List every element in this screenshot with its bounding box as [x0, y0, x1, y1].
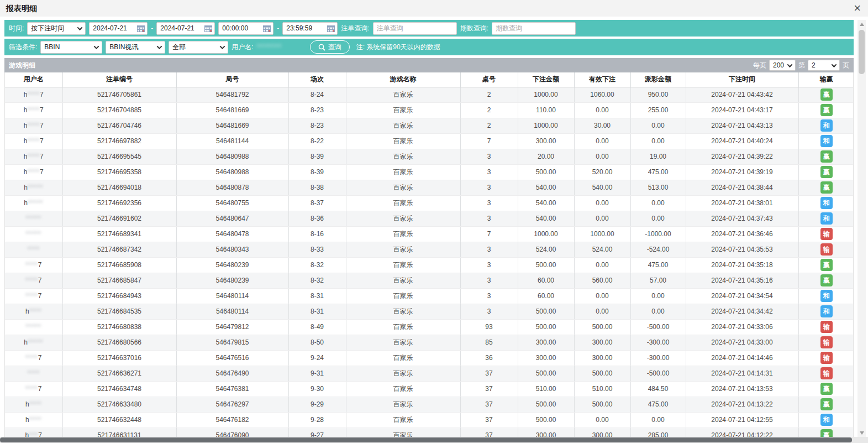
time-type-select[interactable]: 按下注时间	[27, 22, 86, 35]
scope-select[interactable]: 全部	[169, 41, 228, 54]
time-from-input[interactable]	[222, 24, 261, 32]
result-badge[interactable]: 输	[820, 367, 833, 379]
date-from-field[interactable]	[89, 22, 148, 35]
cell-valid-bet: 500.00	[574, 366, 630, 381]
date-to-field[interactable]	[156, 22, 215, 35]
cell-bet-number: 521746691602	[62, 211, 176, 226]
vertical-scrollbar-thumb[interactable]	[859, 30, 865, 74]
result-badge[interactable]: 输	[820, 228, 833, 240]
result-badge[interactable]: 和	[820, 305, 833, 317]
cell-result: 和	[798, 412, 854, 428]
result-badge[interactable]: 和	[820, 414, 833, 426]
horizontal-scrollbar[interactable]	[0, 437, 868, 443]
date-from-input[interactable]	[93, 24, 135, 32]
calendar-icon[interactable]	[327, 25, 335, 32]
scroll-down-button[interactable]	[858, 429, 866, 437]
cell-session: 8-16	[288, 226, 346, 242]
column-header: 局号	[176, 72, 288, 87]
per-page-select[interactable]: 200	[769, 60, 796, 71]
cell-game-name: 百家乐	[346, 412, 460, 428]
calendar-icon[interactable]	[137, 25, 145, 32]
cell-game-name: 百家乐	[346, 211, 460, 226]
section-bar: 游戏明细 每页 200 第 2 页	[4, 58, 854, 72]
scroll-down-icon	[860, 431, 864, 435]
cell-round-number: 546481669	[176, 102, 288, 118]
cell-result: 和	[798, 195, 854, 211]
result-badge[interactable]: 赢	[820, 181, 833, 194]
period-query-field[interactable]	[492, 22, 576, 35]
cell-result: 输	[798, 366, 854, 381]
horizontal-scrollbar-thumb[interactable]	[0, 437, 852, 442]
date-to-input[interactable]	[160, 24, 202, 32]
cell-username: ****	[5, 366, 62, 381]
calendar-icon[interactable]	[263, 25, 271, 32]
bet-query-label: 注单查询:	[341, 24, 369, 33]
cell-payout: -500.00	[630, 319, 686, 335]
section-title: 游戏明细	[9, 61, 35, 70]
cell-bet-number: 521746689341	[62, 226, 176, 242]
result-badge[interactable]: 输	[820, 336, 833, 348]
table-row: ****7 521746685908 546480239 8-32 百家乐 3 …	[5, 257, 854, 273]
table-body: h****7 521746705861 546481792 8-24 百家乐 2…	[5, 87, 854, 437]
result-badge[interactable]: 赢	[820, 150, 833, 163]
result-badge[interactable]: 和	[820, 290, 833, 302]
cell-result: 输	[798, 242, 854, 257]
cell-valid-bet: 0.00	[574, 304, 630, 319]
category-select[interactable]: BBIN视讯	[106, 41, 165, 54]
search-button[interactable]: 查询	[310, 40, 350, 54]
result-badge[interactable]: 和	[820, 135, 833, 147]
cell-bet-amount: 540.00	[518, 211, 574, 226]
result-badge[interactable]: 赢	[820, 274, 833, 286]
cell-round-number: 546480988	[176, 164, 288, 180]
cell-table-number: 85	[460, 335, 518, 350]
bet-query-field[interactable]	[373, 22, 457, 35]
vertical-scrollbar[interactable]	[858, 20, 866, 437]
period-query-input[interactable]	[496, 24, 573, 32]
cell-session: 8-38	[288, 180, 346, 195]
time-to-field[interactable]	[282, 22, 338, 35]
page-select[interactable]: 2	[808, 60, 840, 71]
table-row: h***7 521746631131 546476090 9-27 百家乐 37…	[5, 428, 854, 437]
scroll-up-button[interactable]	[858, 20, 866, 28]
cell-payout: 285.00	[630, 428, 686, 437]
cell-bet-number: 521746684535	[62, 304, 176, 319]
cell-round-number: 546476516	[176, 350, 288, 366]
cell-game-name: 百家乐	[346, 350, 460, 366]
cell-session: 8-24	[288, 87, 346, 102]
result-badge[interactable]: 赢	[820, 398, 833, 410]
cell-table-number: 2	[460, 118, 518, 133]
game-detail-table: 用户名注单编号局号场次游戏名称桌号下注金额有效下注派彩金额下注时间输赢 h***…	[5, 72, 854, 437]
result-badge[interactable]: 输	[820, 321, 833, 333]
bet-query-input[interactable]	[377, 24, 454, 32]
cell-payout: 0.00	[630, 195, 686, 211]
time-from-field[interactable]	[218, 22, 273, 35]
result-badge[interactable]: 赢	[820, 166, 833, 178]
chevron-down-icon	[220, 44, 225, 49]
cell-round-number: 546479812	[176, 319, 288, 335]
vendor-select[interactable]: BBIN	[40, 41, 102, 54]
result-badge[interactable]: 赢	[820, 429, 833, 437]
chevron-down-icon	[157, 44, 162, 49]
result-badge[interactable]: 输	[820, 352, 833, 364]
result-badge[interactable]: 和	[820, 197, 833, 209]
result-badge[interactable]: 赢	[820, 259, 833, 271]
result-badge[interactable]: 输	[820, 243, 833, 256]
time-to-input[interactable]	[286, 24, 325, 32]
result-badge[interactable]: 和	[820, 212, 833, 225]
calendar-icon[interactable]	[204, 25, 212, 32]
result-badge[interactable]: 赢	[820, 383, 833, 395]
result-badge[interactable]: 赢	[820, 104, 833, 116]
cell-username: ****	[5, 242, 62, 257]
cell-payout: 0.00	[630, 288, 686, 304]
cell-table-number: 37	[460, 366, 518, 381]
cell-username: h*****	[5, 335, 62, 350]
table-row: ***** 521746691602 546480647 8-36 百家乐 3 …	[5, 211, 854, 226]
chevron-down-icon	[832, 62, 837, 67]
cell-session: 8-32	[288, 257, 346, 273]
table-row: h****7 521746704885 546481669 8-23 百家乐 2…	[5, 102, 854, 118]
cell-bet-time: 2024-07-21 04:12:55	[686, 412, 798, 428]
close-icon[interactable]: ×	[854, 1, 861, 15]
result-badge[interactable]: 和	[820, 119, 833, 132]
result-badge[interactable]: 赢	[820, 88, 833, 101]
cell-game-name: 百家乐	[346, 226, 460, 242]
